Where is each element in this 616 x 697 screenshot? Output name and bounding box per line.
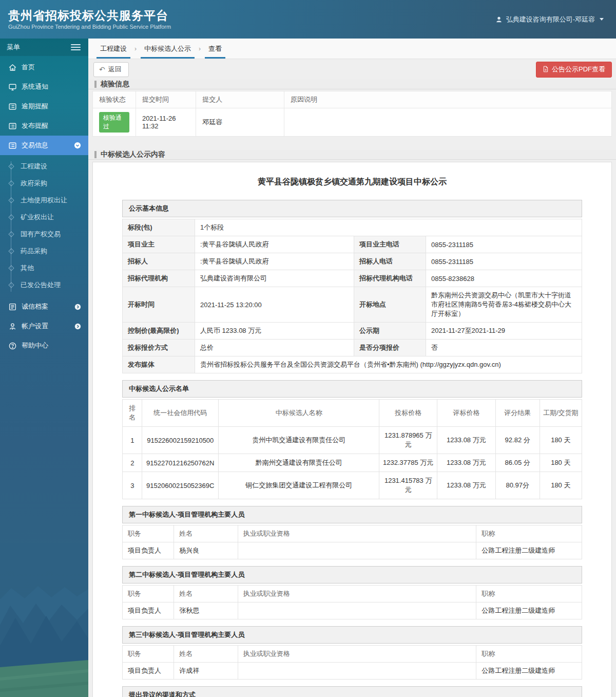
info-label: 投标报价方式 bbox=[123, 340, 195, 356]
cand-eval-price: 1233.08 万元 bbox=[437, 454, 496, 472]
credit-archive-icon bbox=[8, 303, 17, 311]
cand-rank: 2 bbox=[123, 454, 142, 472]
section-tick bbox=[94, 151, 97, 158]
sidebar-item-help-center[interactable]: 帮助中心 bbox=[0, 336, 88, 355]
main-content: 工程建设 › 中标候选人公示 › 查看 ↶ 返回 公告公示PDF查看 bbox=[88, 39, 616, 697]
info-value: 0855-2311185 bbox=[426, 236, 582, 253]
info-value: 2021-11-27至2021-11-29 bbox=[426, 323, 582, 340]
sidebar-item-credit-archive[interactable]: 诚信档案 bbox=[0, 297, 88, 316]
verify-col-reason: 原因说明 bbox=[284, 91, 612, 108]
sidebar-item-publish-reminder[interactable]: 发布提醒 bbox=[0, 116, 88, 136]
hamburger-icon[interactable] bbox=[71, 43, 81, 52]
user-menu[interactable]: 弘典建设咨询有限公司-邓廷容 bbox=[495, 15, 604, 24]
submenu-item-other[interactable]: 其他 bbox=[0, 259, 88, 276]
submenu-item-gov-procurement[interactable]: 政府采购 bbox=[0, 175, 88, 192]
user-name: 弘典建设咨询有限公司-邓廷容 bbox=[506, 15, 595, 24]
cand-code: 915226002159210500 bbox=[142, 427, 219, 454]
sidebar-item-label: 发布提醒 bbox=[22, 121, 48, 130]
sidebar-item-overdue-reminder[interactable]: 逾期提醒 bbox=[0, 97, 88, 116]
sidebar-item-label: 帮助中心 bbox=[22, 341, 48, 350]
verify-time-cell: 2021-11-26 11:32 bbox=[136, 108, 196, 137]
info-label: 发布媒体 bbox=[123, 356, 195, 373]
sidebar-item-trade-info[interactable]: 交易信息 bbox=[0, 136, 88, 155]
breadcrumb-item-candidates[interactable]: 中标候选人公示 bbox=[141, 39, 195, 59]
breadcrumb-item-view[interactable]: 查看 bbox=[205, 39, 225, 59]
pdf-view-button[interactable]: 公告公示PDF查看 bbox=[536, 62, 612, 78]
account-icon bbox=[8, 322, 17, 331]
candidate-row: 1 915226002159210500 贵州中凯交通建设有限责任公司 1231… bbox=[123, 427, 582, 454]
submenu-item-state-assets[interactable]: 国有产权交易 bbox=[0, 225, 88, 242]
person-duty: 项目负责人 bbox=[123, 542, 174, 559]
person-table-2: 职务 姓名 执业或职业资格 职称 项目负责人 张秋思 公路工程注册二级建造师 bbox=[122, 585, 582, 619]
sidebar-menu-bar: 菜单 bbox=[0, 39, 88, 56]
info-label: 公示期 bbox=[354, 323, 426, 340]
toolbar: ↶ 返回 公告公示PDF查看 bbox=[88, 59, 616, 80]
menu-label: 菜单 bbox=[7, 43, 20, 52]
section-verify-info: 核验信息 bbox=[88, 80, 616, 89]
basic-info-header: 公示基本信息 bbox=[122, 200, 582, 217]
submenu-item-published-notices[interactable]: 已发公告处理 bbox=[0, 276, 88, 293]
cand-rank: 3 bbox=[123, 472, 142, 499]
info-label: 招标人电话 bbox=[354, 253, 426, 270]
candidate-row: 3 91520600215052369C 铜仁交旅集团交通建设工程有限公司 12… bbox=[123, 472, 582, 499]
objection-header: 提出异议的渠道和方式 bbox=[122, 686, 582, 697]
person-table-header-3: 第三中标候选人-项目管理机构主要人员 bbox=[122, 626, 582, 644]
breadcrumb-item-engineering[interactable]: 工程建设 bbox=[97, 39, 130, 59]
person-col: 执业或职业资格 bbox=[238, 525, 476, 542]
submenu-item-engineering[interactable]: 工程建设 bbox=[0, 158, 88, 175]
sidebar-item-home[interactable]: 首页 bbox=[0, 58, 88, 77]
cand-bid-price: 1232.37785 万元 bbox=[379, 454, 437, 472]
info-value: 黔东南州公共资源交易中心（凯里市大十字街道市府社区博南路5号荷香居3-4栋裙楼交… bbox=[426, 287, 582, 323]
person-col: 职务 bbox=[123, 646, 174, 663]
cand-eval-price: 1233.08 万元 bbox=[437, 472, 496, 499]
trade-info-submenu: 工程建设 政府采购 土地使用权出让 矿业权出让 国有产权交易 药品采购 其他 已… bbox=[0, 155, 88, 297]
back-button[interactable]: ↶ 返回 bbox=[93, 62, 129, 77]
person-qualification bbox=[238, 602, 476, 619]
info-label: 是否分项报价 bbox=[354, 340, 426, 356]
person-name: 张秋思 bbox=[174, 602, 238, 619]
platform-title: 贵州省招标投标公共服务平台 bbox=[8, 9, 171, 23]
app-window: 贵州省招标投标公共服务平台 GuiZhou Province Tendering… bbox=[0, 0, 616, 697]
cand-col: 排名 bbox=[123, 400, 142, 427]
info-value: 否 bbox=[426, 340, 582, 356]
info-label: 招标代理机构电话 bbox=[354, 270, 426, 287]
submenu-item-drug-procurement[interactable]: 药品采购 bbox=[0, 242, 88, 259]
person-name: 杨兴良 bbox=[174, 542, 238, 559]
back-icon: ↶ bbox=[99, 66, 105, 73]
sidebar-item-account-settings[interactable]: 帐户设置 bbox=[0, 316, 88, 336]
platform-subtitle: GuiZhou Province Tendering and Bidding P… bbox=[8, 24, 171, 30]
cand-name: 铜仁交旅集团交通建设工程有限公司 bbox=[219, 472, 379, 499]
cand-code: 91520600215052369C bbox=[142, 472, 219, 499]
info-value: 0855-2311185 bbox=[426, 253, 582, 270]
verify-row: 核验通过 2021-11-26 11:32 邓廷容 bbox=[93, 108, 612, 137]
info-value: 人民币 1233.08 万元 bbox=[195, 323, 354, 340]
info-label: 标段(包) bbox=[123, 219, 195, 236]
candidates-table: 排名 统一社会信用代码 中标候选人名称 投标价格 评标价格 评分结果 工期/交货… bbox=[122, 399, 582, 499]
chevron-down-circle-icon bbox=[74, 142, 81, 149]
sidebar-item-system-notice[interactable]: 系统通知 bbox=[0, 77, 88, 97]
person-col: 执业或职业资格 bbox=[238, 586, 476, 602]
verify-col-submitter: 提交人 bbox=[196, 91, 284, 108]
caret-down-icon bbox=[600, 18, 604, 21]
sidebar-item-label: 逾期提醒 bbox=[22, 102, 48, 111]
submenu-item-land-rights[interactable]: 土地使用权出让 bbox=[0, 192, 88, 209]
cand-col: 投标价格 bbox=[379, 400, 437, 427]
verify-reason-cell bbox=[284, 108, 612, 137]
cand-score: 86.05 分 bbox=[495, 454, 540, 472]
section-notice-content: 中标候选人公示内容 bbox=[88, 150, 616, 160]
breadcrumb-separator: › bbox=[130, 39, 141, 59]
brand: 贵州省招标投标公共服务平台 GuiZhou Province Tendering… bbox=[8, 9, 171, 30]
submenu-item-mining-rights[interactable]: 矿业权出让 bbox=[0, 209, 88, 225]
cand-score: 80.97分 bbox=[495, 472, 540, 499]
person-table-header-1: 第一中标候选人-项目管理机构主要人员 bbox=[122, 506, 582, 523]
cand-eval-price: 1233.08 万元 bbox=[437, 427, 496, 454]
monitor-icon bbox=[8, 83, 17, 91]
info-label: 招标人 bbox=[123, 253, 195, 270]
person-row: 项目负责人 杨兴良 公路工程注册二级建造师 bbox=[123, 542, 582, 559]
info-value: 贵州省招标投标公共服务平台及全国公共资源交易平台（贵州省•黔东南州) (http… bbox=[195, 356, 582, 373]
info-label: 控制价(最高限价) bbox=[123, 323, 195, 340]
info-value: 1个标段 bbox=[195, 219, 582, 236]
person-col: 职称 bbox=[476, 586, 582, 602]
info-value: 弘典建设咨询有限公司 bbox=[195, 270, 354, 287]
notice-panel: 黄平县谷陇镇极贫乡镇交通第九期建设项目中标公示 公示基本信息 标段(包) 1个标… bbox=[92, 162, 612, 697]
